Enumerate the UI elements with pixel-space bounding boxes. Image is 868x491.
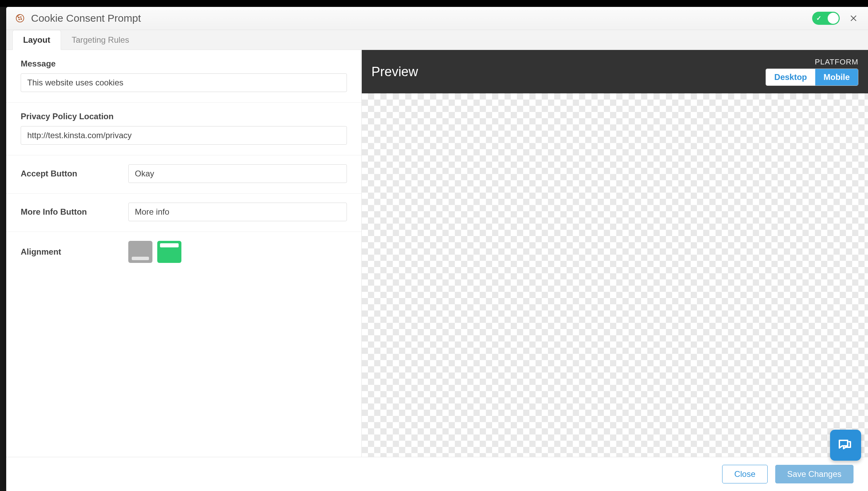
- alignment-options: [128, 241, 181, 263]
- toggle-knob: [828, 13, 839, 24]
- form-panel: Message Privacy Policy Location Accept B…: [6, 50, 361, 457]
- preview-header: Preview PLATFORM Desktop Mobile: [362, 50, 868, 93]
- label-message: Message: [21, 59, 347, 69]
- section-privacy: Privacy Policy Location: [6, 103, 361, 155]
- moreinfo-input[interactable]: [128, 203, 347, 221]
- message-input[interactable]: [21, 73, 347, 92]
- svg-point-4: [21, 19, 22, 20]
- close-icon[interactable]: [848, 13, 859, 24]
- cookie-consent-modal: Cookie Consent Prompt ✓ Layout Targeting…: [6, 7, 868, 491]
- save-button[interactable]: Save Changes: [775, 465, 854, 483]
- chat-icon: [837, 437, 854, 453]
- tab-targeting-rules[interactable]: Targeting Rules: [61, 30, 140, 50]
- tabs-row: Layout Targeting Rules: [6, 30, 868, 50]
- close-button[interactable]: Close: [722, 465, 767, 483]
- label-accept: Accept Button: [21, 169, 117, 178]
- accept-input[interactable]: [128, 164, 347, 183]
- platform-wrap: PLATFORM Desktop Mobile: [766, 58, 858, 86]
- modal-header: Cookie Consent Prompt ✓: [6, 7, 868, 30]
- modal-footer: Close Save Changes: [6, 457, 868, 491]
- label-alignment: Alignment: [21, 247, 117, 257]
- tab-layout[interactable]: Layout: [12, 30, 61, 50]
- label-moreinfo: More Info Button: [21, 207, 117, 217]
- alignment-bottom[interactable]: [128, 241, 152, 263]
- check-icon: ✓: [816, 14, 821, 22]
- modal-body: Message Privacy Policy Location Accept B…: [6, 50, 868, 457]
- enable-toggle[interactable]: ✓: [812, 12, 840, 25]
- preview-panel: Preview PLATFORM Desktop Mobile: [361, 50, 868, 457]
- preview-canvas: [362, 93, 868, 457]
- privacy-input[interactable]: [21, 126, 347, 145]
- section-accept: Accept Button: [6, 155, 361, 194]
- platform-desktop[interactable]: Desktop: [766, 69, 815, 85]
- chat-fab[interactable]: [830, 430, 861, 461]
- section-alignment: Alignment: [6, 232, 361, 273]
- preview-title: Preview: [371, 64, 418, 79]
- platform-label: PLATFORM: [766, 58, 858, 67]
- svg-point-0: [16, 14, 24, 22]
- alignment-top[interactable]: [157, 241, 181, 263]
- modal-title: Cookie Consent Prompt: [31, 12, 812, 24]
- label-privacy: Privacy Policy Location: [21, 112, 347, 121]
- svg-point-1: [18, 17, 19, 18]
- section-message: Message: [6, 50, 361, 103]
- svg-point-2: [20, 17, 21, 17]
- browser-tab-strip: [0, 0, 868, 7]
- cookie-icon: [15, 13, 25, 23]
- platform-toggle: Desktop Mobile: [766, 69, 858, 86]
- section-moreinfo: More Info Button: [6, 194, 361, 232]
- svg-point-3: [19, 19, 20, 20]
- platform-mobile[interactable]: Mobile: [815, 69, 858, 85]
